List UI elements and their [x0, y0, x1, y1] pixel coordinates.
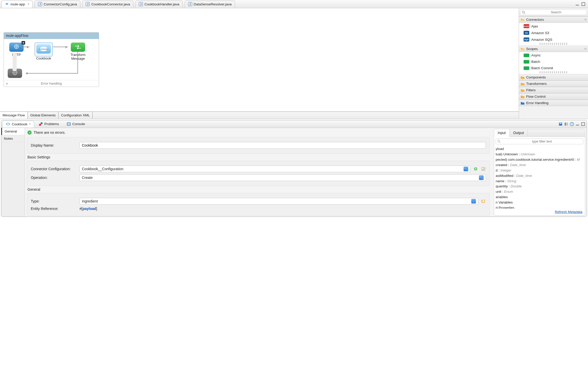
- cat-label: Components: [526, 75, 546, 79]
- palette-cat-connectors[interactable]: Connectors ⟲: [519, 16, 588, 23]
- metadata-tab-output[interactable]: Output: [509, 129, 528, 137]
- meta-row[interactable]: d : Integer: [496, 168, 583, 173]
- folder-icon: [521, 95, 525, 98]
- s3-icon: S3: [524, 31, 529, 35]
- inbound-badge-icon: ✦: [22, 41, 25, 45]
- palette-item-s3[interactable]: S3Amazon S3: [519, 29, 588, 36]
- display-name-input[interactable]: [80, 142, 486, 149]
- entity-ref-input[interactable]: #[payload]: [80, 207, 486, 211]
- help-button[interactable]: ?: [570, 122, 574, 126]
- save-button[interactable]: [558, 122, 563, 126]
- palette-item-batch-commit[interactable]: Batch Commit: [519, 65, 588, 71]
- tab-mule-app[interactable]: mule-app ×: [2, 1, 33, 8]
- palette-item-async[interactable]: Async: [519, 52, 588, 58]
- connector-config-select[interactable]: Cookbook__Configuration ⌃⌄: [80, 166, 471, 172]
- type-select[interactable]: Ingredient ⌄: [80, 198, 478, 205]
- metadata-tabs: Input Output: [494, 129, 585, 137]
- side-tab-general[interactable]: General: [1, 128, 25, 135]
- metadata-filter[interactable]: [496, 138, 583, 144]
- palette-more-handle[interactable]: [540, 43, 567, 45]
- flow-lane-divider: [13, 53, 17, 71]
- return-path: [24, 51, 78, 74]
- meta-row[interactable]: astModified : Date_time: [496, 173, 583, 179]
- refresh-types-button[interactable]: [481, 199, 486, 204]
- meta-row[interactable]: name : String: [496, 179, 583, 184]
- svg-rect-1: [582, 3, 585, 6]
- basic-settings-heading: Basic Settings: [27, 155, 490, 159]
- tab-cookbook-connector[interactable]: J CookbookConnector.java: [82, 1, 133, 8]
- main-area: mule-appFlow ✦ HTTP Con: [0, 8, 588, 119]
- item-label: Amazon SQS: [531, 38, 552, 42]
- properties-panel: Cookbook × Problems Console ? General No…: [1, 120, 587, 217]
- meta-row[interactable]: unit : Enum: [496, 189, 583, 195]
- maximize-button[interactable]: [581, 2, 585, 6]
- canvas-tab-config-xml[interactable]: Configuration XML: [58, 112, 93, 119]
- maximize-button[interactable]: [581, 122, 585, 126]
- metadata-tree[interactable]: yload tual) Unknown : Unknown pected) co…: [494, 146, 585, 209]
- tab-label: ConnectorConfig.java: [44, 2, 77, 6]
- arrow-http-to-cookbook: [22, 47, 30, 47]
- select-value: Cookbook__Configuration: [82, 167, 123, 171]
- palette-items-connectors: AJAXAjax S3Amazon S3 SQSAmazon SQS: [519, 23, 588, 46]
- palette-item-sqs[interactable]: SQSAmazon SQS: [519, 36, 588, 43]
- palette-search-input[interactable]: [527, 10, 585, 14]
- meta-row[interactable]: created : Date_time: [496, 163, 583, 168]
- meta-row[interactable]: quantity : Double: [496, 184, 583, 189]
- svg-rect-15: [565, 123, 566, 126]
- cat-label: Filters: [526, 88, 536, 92]
- tab-datasense-resolver[interactable]: J DataSenseResolver.java: [185, 1, 235, 8]
- pin-icon[interactable]: ⟲: [584, 47, 586, 50]
- editor-toolbar-right: [575, 2, 586, 6]
- metadata-filter-input[interactable]: [502, 139, 582, 144]
- display-name-card: Display Name:: [27, 137, 490, 154]
- properties-tab-cookbook[interactable]: Cookbook ×: [2, 121, 34, 127]
- item-label: Batch Commit: [531, 66, 553, 70]
- meta-row[interactable]: ariables: [496, 195, 583, 200]
- palette-cat-scopes[interactable]: Scopes ⟲: [519, 46, 588, 52]
- palette-cat-transformers[interactable]: Transformers: [519, 80, 588, 87]
- minimize-button[interactable]: [575, 122, 580, 126]
- palette-item-ajax[interactable]: AJAXAjax: [519, 23, 588, 29]
- flow-container[interactable]: mule-appFlow ✦ HTTP Con: [4, 32, 99, 87]
- palette-cat-components[interactable]: Components: [519, 74, 588, 80]
- operation-select[interactable]: Create ⌃⌄: [80, 174, 486, 181]
- tab-cookbook-handler[interactable]: J CookbookHandler.java: [135, 1, 183, 8]
- palette-search[interactable]: [520, 9, 587, 15]
- flow-error-section[interactable]: ▸ Error handling: [4, 80, 99, 87]
- canvas-tab-global-elements[interactable]: Global Elements: [28, 112, 58, 119]
- properties-body: General Notes ✓ There are no errors. Dis…: [1, 128, 587, 217]
- meta-row[interactable]: d Properties: [496, 205, 583, 209]
- entity-payload: payload: [83, 207, 96, 211]
- tab-connector-config[interactable]: J ConnectorConfig.java: [35, 1, 80, 8]
- layout-button[interactable]: [564, 122, 568, 126]
- expand-icon[interactable]: ▸: [6, 82, 8, 85]
- pin-icon[interactable]: ⟲: [584, 18, 586, 21]
- side-tab-notes[interactable]: Notes: [1, 135, 25, 142]
- flow-canvas[interactable]: mule-appFlow ✦ HTTP Con: [0, 8, 519, 111]
- http-icon: ✦: [9, 43, 24, 52]
- canvas-wrap: mule-appFlow ✦ HTTP Con: [0, 8, 519, 119]
- meta-row[interactable]: pected) com.cookbook.tutorial.service.In…: [496, 157, 583, 163]
- close-icon[interactable]: ×: [27, 2, 29, 6]
- svg-rect-20: [582, 123, 585, 126]
- meta-row[interactable]: tual) Unknown : Unknown: [496, 152, 583, 157]
- edit-config-button[interactable]: [481, 166, 486, 171]
- palette-item-batch[interactable]: Batch: [519, 58, 588, 65]
- metadata-tab-input[interactable]: Input: [494, 129, 509, 137]
- minimize-button[interactable]: [575, 2, 579, 6]
- item-label: Amazon S3: [531, 31, 549, 35]
- properties-tab-console[interactable]: Console: [64, 121, 88, 127]
- meta-row[interactable]: yload: [496, 146, 583, 152]
- properties-tab-problems[interactable]: Problems: [36, 121, 62, 127]
- palette-cat-filters[interactable]: Filters: [519, 87, 588, 93]
- close-icon[interactable]: ×: [29, 122, 31, 126]
- refresh-metadata-link[interactable]: Refresh Metadata: [555, 210, 582, 214]
- palette-more-handle[interactable]: [540, 71, 567, 73]
- palette-cat-flow-control[interactable]: Flow Control: [519, 93, 588, 100]
- add-config-button[interactable]: [473, 166, 478, 171]
- meta-row[interactable]: n Variables: [496, 200, 583, 205]
- palette-cat-error-handling[interactable]: Error Handling: [519, 100, 588, 106]
- cat-label: Scopes: [526, 47, 538, 51]
- folder-icon: [521, 88, 525, 92]
- canvas-tab-message-flow[interactable]: Message Flow: [0, 112, 28, 119]
